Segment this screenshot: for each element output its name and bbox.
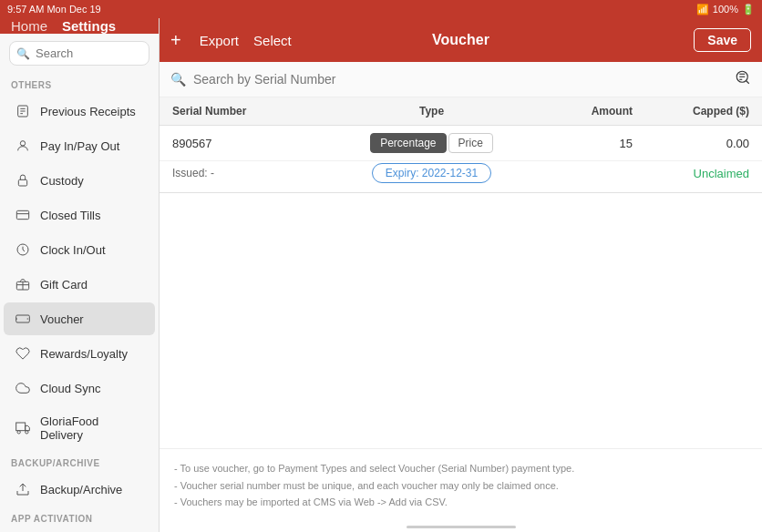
- top-headers: + Export Select Voucher Save: [160, 18, 762, 62]
- status-right: 📶 100% 🔋: [696, 4, 755, 15]
- scroll-indicator: [160, 522, 762, 532]
- sidebar-item-clock-in-out[interactable]: Clock In/Out: [4, 233, 155, 266]
- export-button[interactable]: Export: [200, 33, 239, 48]
- sidebar-item-rewards-loyalty[interactable]: Rewards/Loyalty: [4, 337, 155, 370]
- rewards-loyalty-label: Rewards/Loyalty: [40, 347, 128, 361]
- svg-point-15: [17, 431, 20, 434]
- col-header-capped: Capped ($): [645, 97, 762, 126]
- svg-rect-5: [18, 179, 26, 186]
- svg-rect-6: [16, 210, 28, 219]
- filter-icon[interactable]: [735, 69, 751, 89]
- expiry-cell: Expiry: 2022-12-31: [335, 161, 529, 193]
- rewards-icon: [15, 345, 31, 362]
- svg-line-21: [746, 80, 748, 83]
- col-header-type: Type: [335, 97, 529, 126]
- custody-label: Custody: [40, 174, 84, 188]
- settings-link[interactable]: Settings: [62, 18, 116, 34]
- sidebar-item-activation-restore[interactable]: Activation/Restore: [4, 528, 155, 532]
- serial-number-cell: 890567: [160, 126, 335, 161]
- clock-icon: [15, 241, 31, 258]
- amount-cell: 15: [529, 126, 645, 161]
- save-button[interactable]: Save: [694, 28, 751, 52]
- clock-in-out-label: Clock In/Out: [40, 243, 106, 257]
- sidebar-item-closed-tills[interactable]: Closed Tills: [4, 199, 155, 231]
- sidebar-header: Home Settings: [0, 18, 159, 34]
- gift-card-label: Gift Card: [40, 278, 88, 292]
- main-search-icon: 🔍: [170, 72, 186, 87]
- add-icon[interactable]: +: [170, 30, 181, 51]
- sidebar-item-custody[interactable]: Custody: [4, 164, 155, 197]
- expiry-button[interactable]: Expiry: 2022-12-31: [372, 163, 491, 183]
- sidebar-item-pay-in-pay-out[interactable]: Pay In/Pay Out: [4, 129, 155, 162]
- table-container: Serial Number Type Amount Capped ($) 890…: [160, 97, 762, 448]
- main-content: + Export Select Voucher Save 🔍: [160, 18, 762, 532]
- sidebar: Home Settings 🔍 OTHERS Previous Receipts…: [0, 18, 160, 532]
- svg-rect-13: [16, 423, 26, 431]
- select-button[interactable]: Select: [253, 33, 292, 48]
- status-badge: Unclaimed: [694, 167, 749, 180]
- battery-label: 100%: [713, 4, 738, 15]
- empty-amount-cell: [529, 161, 645, 193]
- voucher-table: Serial Number Type Amount Capped ($) 890…: [160, 97, 762, 193]
- footer-note: - To use voucher, go to Payment Types an…: [160, 448, 762, 522]
- type-percentage-button[interactable]: Percentage: [370, 133, 446, 153]
- sidebar-item-previous-receipts[interactable]: Previous Receipts: [4, 95, 155, 128]
- section-backup-label: BACKUP/ARCHIVE: [0, 451, 159, 472]
- capped-cell: 0.00: [645, 126, 762, 161]
- sidebar-item-cloud-sync[interactable]: Cloud Sync: [4, 372, 155, 404]
- main-header: + Export Select Voucher Save: [160, 18, 762, 62]
- col-header-serial: Serial Number: [160, 97, 335, 126]
- voucher-icon: [15, 311, 31, 327]
- main-search-bar: 🔍: [160, 62, 762, 97]
- type-cell: Percentage Price: [335, 126, 529, 161]
- custody-icon: [15, 172, 31, 189]
- table-row: 890567 Percentage Price 15 0.00: [160, 126, 762, 161]
- section-activation-label: APP ACTIVATION: [0, 506, 159, 527]
- previous-receipts-icon: [15, 103, 31, 119]
- pay-icon: [15, 138, 31, 154]
- wifi-icon: 📶: [696, 4, 709, 15]
- issued-cell: Issued: -: [160, 161, 335, 193]
- type-price-button[interactable]: Price: [448, 133, 493, 153]
- backup-archive-label: Backup/Archive: [40, 483, 122, 496]
- search-input[interactable]: [9, 41, 149, 66]
- cloud-sync-icon: [15, 380, 31, 396]
- battery-icon: 🔋: [742, 4, 755, 15]
- pay-in-pay-out-label: Pay In/Pay Out: [40, 139, 119, 153]
- page-title: Voucher: [432, 32, 489, 48]
- col-header-amount: Amount: [529, 97, 645, 126]
- cloud-sync-label: Cloud Sync: [40, 382, 100, 395]
- voucher-label: Voucher: [40, 312, 84, 326]
- footer-note-2: - Voucher serial number must be unique, …: [174, 477, 747, 495]
- section-others-label: OTHERS: [0, 73, 159, 94]
- sidebar-item-gift-card[interactable]: Gift Card: [4, 268, 155, 301]
- backup-icon: [15, 481, 31, 497]
- app-container: Home Settings 🔍 OTHERS Previous Receipts…: [0, 18, 762, 532]
- footer-note-3: - Vouchers may be imported at CMS via We…: [174, 494, 747, 511]
- status-bar: 9:57 AM Mon Dec 19 📶 100% 🔋: [0, 0, 762, 18]
- gloriaFood-delivery-label: GloriaFood Delivery: [40, 414, 144, 442]
- scroll-line: [407, 526, 516, 528]
- svg-marker-14: [26, 425, 30, 430]
- svg-point-4: [20, 141, 25, 146]
- closed-tills-icon: [15, 207, 31, 223]
- search-icon: 🔍: [16, 47, 30, 60]
- sidebar-item-voucher[interactable]: Voucher: [4, 302, 155, 335]
- sidebar-item-backup-archive[interactable]: Backup/Archive: [4, 473, 155, 506]
- issued-row: Issued: - Expiry: 2022-12-31 Unclaimed: [160, 161, 762, 193]
- sidebar-search-wrapper: 🔍: [0, 34, 159, 73]
- svg-point-16: [26, 431, 28, 434]
- sidebar-item-gloriaFood-delivery[interactable]: GloriaFood Delivery: [4, 406, 155, 450]
- home-link[interactable]: Home: [11, 18, 47, 34]
- main-search-input[interactable]: [193, 72, 727, 87]
- closed-tills-label: Closed Tills: [40, 209, 100, 222]
- previous-receipts-label: Previous Receipts: [40, 105, 136, 118]
- footer-note-1: - To use voucher, go to Payment Types an…: [174, 460, 747, 477]
- gift-card-icon: [15, 276, 31, 292]
- delivery-icon: [15, 420, 31, 436]
- status-cell: Unclaimed: [645, 161, 762, 193]
- status-time: 9:57 AM Mon Dec 19: [7, 4, 101, 15]
